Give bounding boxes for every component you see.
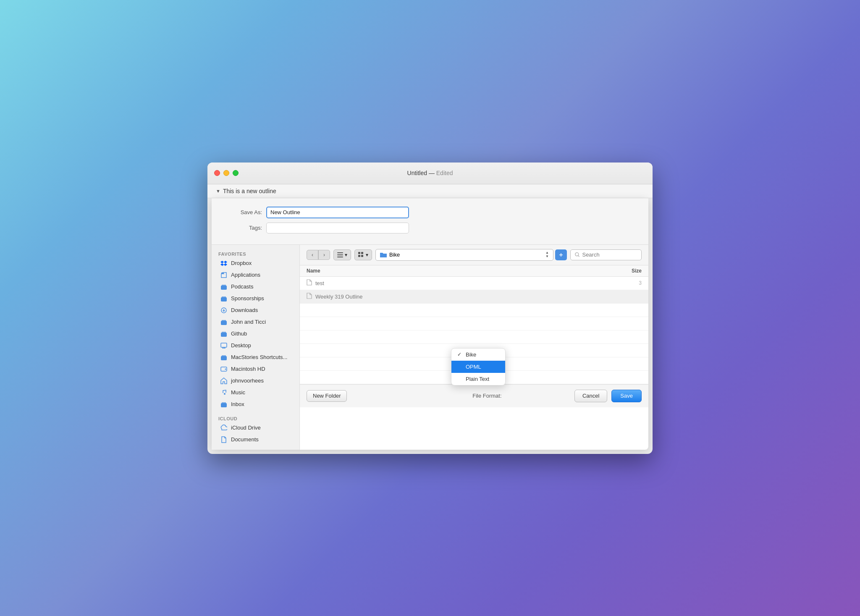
maximize-button[interactable] (233, 170, 239, 176)
sidebar-item-label-music: Music (231, 389, 245, 396)
sidebar-item-inbox[interactable]: Inbox (213, 398, 298, 410)
sidebar-item-label-johnvoorhees: johnvoorhees (231, 377, 264, 384)
sidebar-item-label-macintosh-hd: Macintosh HD (231, 366, 265, 372)
format-option-opml[interactable]: OPML (451, 361, 505, 373)
sidebar-item-label-downloads: Downloads (231, 307, 258, 313)
grid-view-arrow: ▾ (366, 252, 368, 258)
icloud-section-label: iCloud (212, 414, 299, 422)
sidebar-item-johnvoorhees[interactable]: johnvoorhees (213, 375, 298, 387)
svg-rect-6 (222, 320, 226, 321)
svg-rect-20 (358, 252, 360, 254)
svg-rect-17 (337, 252, 343, 253)
format-option-plain-text[interactable]: Plain Text (451, 373, 505, 385)
favorites-section-label: Favorites (212, 249, 299, 257)
svg-rect-1 (222, 285, 226, 286)
file-row-weekly[interactable]: Weekly 319 Outline (300, 290, 648, 304)
svg-rect-15 (221, 403, 227, 407)
sidebar-item-sponsorships[interactable]: Sponsorships (213, 293, 298, 304)
sidebar-item-label-icloud-drive: iCloud Drive (231, 425, 261, 431)
svg-rect-5 (221, 321, 227, 325)
cancel-button[interactable]: Cancel (574, 390, 607, 402)
minimize-button[interactable] (223, 170, 229, 176)
format-label-plain-text: Plain Text (466, 376, 489, 382)
svg-rect-9 (221, 343, 227, 347)
tags-input[interactable] (266, 223, 409, 233)
grid-icon (358, 252, 364, 258)
svg-rect-3 (222, 296, 226, 297)
close-button[interactable] (214, 170, 220, 176)
format-option-bike[interactable]: ✓ Bike (451, 349, 505, 361)
column-name: Name (307, 268, 616, 274)
bike-check-icon: ✓ (457, 351, 463, 357)
svg-rect-22 (358, 255, 360, 257)
grid-view-button[interactable]: ▾ (354, 249, 372, 260)
macintosh-hd-icon (220, 365, 228, 373)
sidebar-item-john-ticci[interactable]: John and Ticci (213, 316, 298, 328)
documents-icon (220, 436, 228, 443)
podcasts-icon (220, 283, 228, 291)
expand-button[interactable] (555, 249, 567, 260)
sidebar-item-music[interactable]: Music (213, 387, 298, 398)
location-folder-icon (380, 252, 387, 258)
outline-row: ▼ This is a new outline (207, 184, 653, 198)
search-input[interactable] (582, 252, 637, 258)
icloud-drive-icon (220, 424, 228, 432)
back-button[interactable]: ‹ (307, 250, 318, 260)
file-format-label: File Format: (472, 393, 501, 399)
location-bar: Bike ▲ ▼ (375, 249, 567, 261)
dialog-form: Save As: Tags: (212, 198, 648, 245)
new-folder-button[interactable]: New Folder (307, 390, 347, 402)
sidebar-item-icloud-drive[interactable]: iCloud Drive (213, 422, 298, 434)
collapse-triangle[interactable]: ▼ (216, 189, 220, 194)
search-icon (575, 252, 579, 257)
tags-row: Tags: (224, 223, 636, 233)
file-row[interactable]: test 3 (300, 277, 648, 290)
sidebar-item-macstories[interactable]: MacStories Shortcuts... (213, 351, 298, 363)
applications-icon (220, 271, 228, 279)
file-icon-test (307, 279, 312, 287)
sidebar-item-label-inbox: Inbox (231, 401, 244, 407)
svg-rect-21 (361, 252, 363, 254)
window-title: Untitled — Edited (407, 170, 453, 176)
sidebar-item-label-macstories: MacStories Shortcuts... (231, 354, 287, 360)
empty-row-1 (300, 304, 648, 317)
traffic-lights (214, 170, 239, 176)
forward-button[interactable]: › (318, 250, 330, 260)
sidebar-item-desktop[interactable]: Desktop (213, 340, 298, 351)
sidebar-item-downloads[interactable]: Downloads (213, 304, 298, 316)
title-text: Untitled (407, 170, 427, 176)
nav-pair: ‹ › (307, 250, 330, 260)
svg-rect-10 (221, 356, 227, 360)
dialog-toolbar: ‹ › ▾ (300, 245, 648, 265)
format-dropdown-menu: ✓ Bike OPML Plain Text (451, 348, 506, 385)
sidebar-item-label-documents: Documents (231, 436, 259, 443)
sidebar-item-applications[interactable]: Applications (213, 269, 298, 281)
svg-rect-7 (221, 333, 227, 337)
empty-row-2 (300, 317, 648, 330)
location-selector[interactable]: Bike ▲ ▼ (375, 249, 553, 261)
sidebar: Favorites Dropbox (212, 245, 300, 450)
dialog-actions: Cancel Save (574, 390, 642, 402)
titlebar: Untitled — Edited (207, 163, 653, 184)
sidebar-item-github[interactable]: Github (213, 328, 298, 340)
svg-rect-11 (222, 355, 226, 356)
sidebar-item-macintosh-hd[interactable]: Macintosh HD (213, 363, 298, 375)
inbox-icon (220, 401, 228, 408)
list-icon (337, 252, 343, 257)
save-as-label: Save As: (224, 209, 262, 215)
johnvoorhees-icon (220, 377, 228, 385)
sidebar-item-label-john-ticci: John and Ticci (231, 319, 266, 325)
dialog-bottom: New Folder File Format: Cancel Save ✓ Bi… (300, 384, 648, 407)
sidebar-item-dropbox[interactable]: Dropbox (213, 257, 298, 269)
sidebar-item-podcasts[interactable]: Podcasts (213, 281, 298, 293)
save-as-input[interactable] (266, 207, 409, 218)
list-view-button[interactable]: ▾ (333, 249, 351, 260)
svg-rect-18 (337, 254, 343, 255)
save-as-row: Save As: (224, 207, 636, 218)
search-box[interactable] (570, 249, 642, 260)
sidebar-item-documents[interactable]: Documents (213, 434, 298, 446)
desktop-icon (220, 342, 228, 349)
save-button[interactable]: Save (611, 390, 642, 402)
sidebar-item-label-dropbox: Dropbox (231, 260, 252, 266)
column-size: Size (616, 268, 642, 274)
